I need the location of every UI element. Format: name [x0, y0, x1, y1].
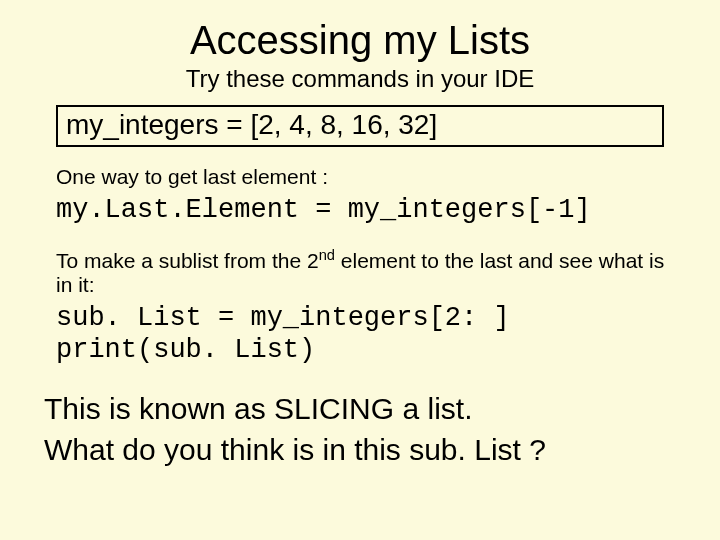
- closing-line-1: This is known as SLICING a list.: [44, 389, 682, 430]
- closing-line-2: What do you think is in this sub. List ?: [44, 430, 682, 471]
- note-sublist: To make a sublist from the 2nd element t…: [56, 247, 682, 297]
- code-box-text: my_integers = [2, 4, 8, 16, 32]: [66, 109, 437, 140]
- slide-title: Accessing my Lists: [38, 18, 682, 63]
- closing-text: This is known as SLICING a list. What do…: [44, 389, 682, 470]
- code-sublist-print: print(sub. List): [56, 335, 682, 365]
- note-sublist-sup: nd: [319, 247, 335, 263]
- note-sublist-pre: To make a sublist from the 2: [56, 249, 319, 272]
- code-sublist-assign: sub. List = my_integers[2: ]: [56, 303, 682, 333]
- code-last-element: my.Last.Element = my_integers[-1]: [56, 195, 682, 225]
- slide-subtitle: Try these commands in your IDE: [38, 65, 682, 93]
- code-box-define-list: my_integers = [2, 4, 8, 16, 32]: [56, 105, 664, 147]
- note-last-element: One way to get last element :: [56, 165, 682, 189]
- slide: Accessing my Lists Try these commands in…: [0, 0, 720, 540]
